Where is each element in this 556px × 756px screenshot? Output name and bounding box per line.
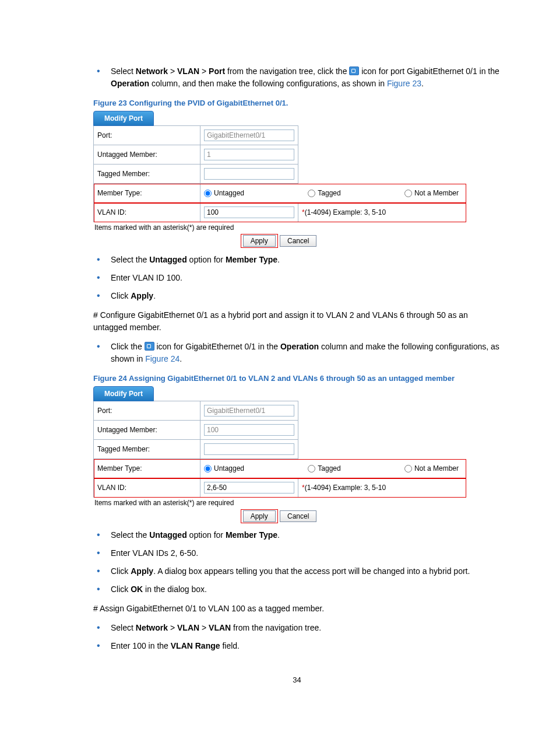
modify-port-form: Port: Untagged Member: Tagged Member: Me…	[93, 401, 466, 498]
nav-network: Network	[136, 66, 168, 76]
port-label: Port:	[94, 126, 200, 145]
text: .	[180, 354, 182, 363]
radio-not-member-label: Not a Member	[414, 464, 459, 473]
text: in the dialog box.	[143, 584, 207, 594]
text: option for	[187, 255, 226, 264]
nav-vlan: VLAN	[177, 66, 199, 76]
instruction-item: Click Apply.	[111, 290, 501, 302]
port-input[interactable]	[204, 130, 294, 141]
modify-port-tab[interactable]: Modify Port	[93, 111, 154, 126]
figure-23-caption: Figure 23 Configuring the PVID of Gigabi…	[93, 99, 501, 107]
radio-untagged-label: Untagged	[214, 189, 244, 197]
text: from the navigation tree.	[231, 623, 321, 632]
text: >	[168, 623, 177, 632]
radio-tagged-label: Tagged	[318, 189, 340, 197]
text: Apply	[131, 291, 153, 300]
text: . A dialog box appears telling you that …	[153, 566, 470, 576]
modify-port-tab[interactable]: Modify Port	[93, 386, 154, 401]
text: Click the	[111, 342, 145, 351]
text: field.	[220, 641, 240, 650]
text: Member Type	[226, 530, 277, 540]
radio-untagged-input[interactable]	[204, 465, 212, 473]
radio-untagged[interactable]: Untagged	[204, 189, 244, 197]
radio-tagged-input[interactable]	[308, 465, 315, 473]
vlan-id-input[interactable]	[204, 206, 294, 218]
nav-vlan-sub: VLAN	[209, 623, 231, 632]
cancel-button[interactable]: Cancel	[280, 235, 316, 247]
untagged-member-input[interactable]	[204, 424, 294, 436]
text: Select the	[111, 530, 149, 540]
modify-port-panel-fig23: Modify Port Port: Untagged Member: Tagge…	[93, 111, 466, 247]
port-input[interactable]	[204, 405, 294, 416]
text: Untagged	[149, 255, 187, 264]
instruction-item: Select Network > VLAN > Port from the na…	[111, 65, 501, 90]
text: Select	[111, 66, 136, 76]
member-type-label: Member Type:	[94, 184, 200, 203]
col-operation: Operation	[280, 342, 319, 351]
radio-not-member[interactable]: Not a Member	[404, 464, 459, 473]
text: icon for port GigabitEthernet 0/1 in the	[359, 66, 499, 76]
radio-not-member-input[interactable]	[404, 190, 412, 197]
col-operation: Operation	[111, 79, 149, 88]
radio-not-member[interactable]: Not a Member	[404, 189, 459, 197]
radio-untagged-input[interactable]	[204, 190, 212, 197]
text: >	[199, 66, 209, 76]
text: >	[199, 623, 209, 632]
member-type-label: Member Type:	[94, 459, 200, 478]
page-number: 34	[93, 676, 501, 684]
paragraph: # Configure GigabitEthernet 0/1 as a hyb…	[93, 309, 501, 334]
radio-untagged[interactable]: Untagged	[204, 464, 244, 473]
text: Click	[111, 291, 131, 300]
radio-tagged-input[interactable]	[308, 190, 315, 197]
instruction-item: Select the Untagged option for Member Ty…	[111, 254, 501, 266]
radio-not-member-input[interactable]	[404, 465, 412, 473]
untagged-member-label: Untagged Member:	[94, 421, 200, 440]
vlan-id-input[interactable]	[204, 482, 294, 494]
text: .	[277, 530, 280, 540]
instruction-item: Click the icon for GigabitEthernet 0/1 i…	[111, 341, 501, 365]
text: .	[421, 79, 424, 88]
untagged-member-input[interactable]	[204, 149, 294, 160]
text: from the navigation tree, click the	[225, 66, 349, 76]
radio-tagged[interactable]: Tagged	[308, 189, 340, 197]
text: icon for GigabitEthernet 0/1 in the	[154, 342, 280, 351]
required-note: Items marked with an asterisk(*) are req…	[94, 499, 466, 507]
apply-button[interactable]: Apply	[243, 235, 276, 247]
text: Click	[111, 566, 131, 576]
tagged-member-label: Tagged Member:	[94, 440, 200, 459]
figure-23-link[interactable]: Figure 23	[387, 79, 421, 88]
edit-icon	[145, 342, 154, 351]
modify-port-panel-fig24: Modify Port Port: Untagged Member: Tagge…	[93, 386, 466, 522]
text: Select	[111, 623, 136, 632]
text: Select the	[111, 255, 149, 264]
nav-network: Network	[136, 623, 168, 632]
vlan-id-hint: (1-4094) Example: 3, 5-10	[305, 208, 386, 216]
nav-vlan: VLAN	[177, 623, 199, 632]
modify-port-form: Port: Untagged Member: Tagged Member: Me…	[93, 125, 466, 222]
instruction-item: Enter 100 in the VLAN Range field.	[111, 640, 501, 652]
port-label: Port:	[94, 401, 200, 421]
radio-tagged[interactable]: Tagged	[308, 464, 340, 473]
required-note: Items marked with an asterisk(*) are req…	[94, 223, 466, 232]
text: Member Type	[226, 255, 277, 264]
radio-untagged-label: Untagged	[214, 464, 244, 473]
tagged-member-label: Tagged Member:	[94, 164, 200, 184]
text: column, and then make the following conf…	[149, 79, 387, 88]
cancel-button[interactable]: Cancel	[280, 510, 316, 522]
text: VLAN Range	[171, 641, 220, 650]
radio-not-member-label: Not a Member	[414, 189, 459, 197]
tagged-member-input[interactable]	[204, 443, 294, 455]
text: >	[168, 66, 177, 76]
instruction-item: Enter VLAN IDs 2, 6-50.	[111, 547, 501, 559]
vlan-id-label: VLAN ID:	[94, 203, 200, 222]
apply-button[interactable]: Apply	[243, 510, 276, 522]
vlan-id-hint: (1-4094) Example: 3, 5-10	[305, 484, 386, 492]
untagged-member-label: Untagged Member:	[94, 145, 200, 164]
instruction-item: Click OK in the dialog box.	[111, 583, 501, 596]
figure-24-link[interactable]: Figure 24	[145, 354, 180, 363]
text: OK	[131, 584, 143, 594]
instruction-item: Click Apply. A dialog box appears tellin…	[111, 565, 501, 578]
tagged-member-input[interactable]	[204, 168, 294, 180]
instruction-item: Select Network > VLAN > VLAN from the na…	[111, 622, 501, 634]
text: option for	[187, 530, 226, 540]
